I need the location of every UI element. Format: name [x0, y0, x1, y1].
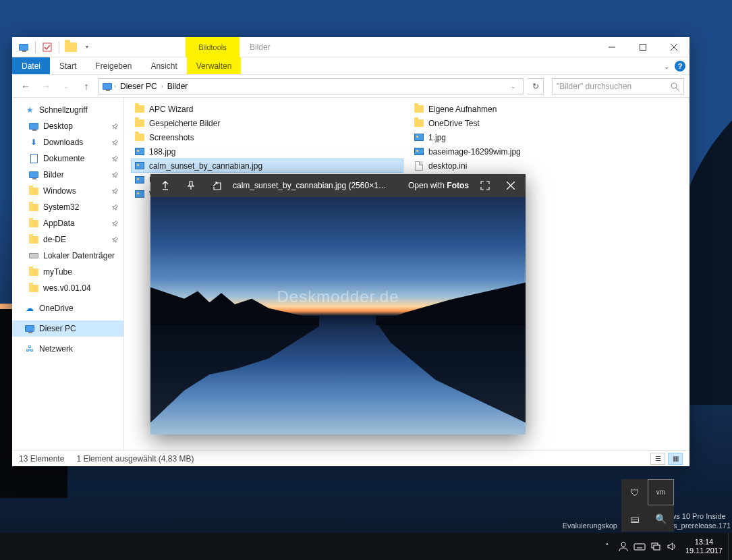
- file-item[interactable]: Gespeicherte Bilder: [131, 116, 403, 130]
- sidebar-network[interactable]: 🖧 Netzwerk: [12, 341, 123, 357]
- cloud-icon: ☁: [24, 303, 35, 314]
- image-icon: [134, 161, 145, 171]
- sidebar-item-de-de[interactable]: de-DE: [12, 231, 123, 248]
- tab-view[interactable]: Ansicht: [141, 57, 186, 74]
- tray-vm-icon[interactable]: vm: [648, 479, 674, 505]
- pin-icon: [111, 219, 119, 228]
- tray-defender-icon[interactable]: 🛡: [621, 479, 648, 505]
- tray-overflow-icon[interactable]: ˄: [599, 533, 615, 560]
- sidebar-item-system32[interactable]: System32: [12, 199, 123, 215]
- maximize-button[interactable]: [627, 37, 658, 57]
- sidebar-item-downloads[interactable]: ⬇Downloads: [12, 134, 123, 150]
- file-name: 188.jpg: [149, 147, 175, 157]
- sidebar-item-windows[interactable]: Windows: [12, 183, 123, 199]
- preview-toolbar[interactable]: calm_sunset_by_cannabian.jpg (2560×16… O…: [150, 174, 526, 197]
- fullscreen-icon[interactable]: [476, 176, 495, 195]
- chevron-right-icon[interactable]: ›: [161, 83, 163, 90]
- tab-share[interactable]: Freigeben: [86, 57, 141, 74]
- status-selection: 1 Element ausgewählt (4,83 MB): [76, 454, 194, 464]
- sidebar-item-dokumente[interactable]: Dokumente: [12, 150, 123, 167]
- evaluation-watermark-right: ws 10 Pro Insiders_prerelease.171: [671, 511, 731, 530]
- properties-icon[interactable]: [40, 40, 55, 55]
- item-icon: [28, 153, 39, 164]
- contextual-tab-label: Bildtools: [186, 37, 240, 57]
- search-placeholder: "Bilder" durchsuchen: [557, 82, 631, 91]
- item-icon: [28, 218, 39, 229]
- volume-icon[interactable]: [664, 533, 680, 560]
- window-icon[interactable]: [16, 40, 31, 55]
- clock-time: 13:14: [685, 538, 723, 547]
- file-item[interactable]: 1.jpg: [410, 130, 683, 144]
- sidebar-thispc[interactable]: Dieser PC: [12, 320, 123, 337]
- address-dropdown-icon[interactable]: ⌄: [507, 83, 520, 90]
- address-bar[interactable]: › Dieser PC › Bilder ⌄: [98, 78, 524, 94]
- open-with-button[interactable]: Open with Fotos: [408, 181, 469, 190]
- ribbon-expand-icon[interactable]: ⌄: [664, 63, 669, 70]
- sidebar-item-desktop[interactable]: Desktop: [12, 118, 123, 134]
- sidebar-item-mytube[interactable]: myTube: [12, 264, 123, 280]
- file-item[interactable]: APC Wizard: [131, 102, 403, 116]
- forward-button[interactable]: →: [38, 78, 54, 94]
- show-desktop-button[interactable]: [728, 533, 732, 560]
- taskbar[interactable]: ˄ 13:14 19.11.2017: [0, 533, 732, 560]
- view-icons-button[interactable]: ▦: [668, 453, 683, 465]
- qat-dropdown-icon[interactable]: ▾: [80, 40, 94, 55]
- recent-dropdown[interactable]: ⌄: [58, 78, 74, 94]
- file-name: desktop.ini: [428, 161, 467, 171]
- keyboard-icon[interactable]: [631, 533, 648, 560]
- pin-icon: [111, 155, 119, 163]
- file-name: OneDrive Test: [428, 119, 480, 128]
- minimize-button[interactable]: [596, 37, 627, 57]
- tray-overflow-popup[interactable]: 🛡 vm 🖴 🔍: [621, 479, 674, 532]
- sidebar-quickaccess[interactable]: ★ Schnellzugriff: [12, 102, 123, 118]
- folder-icon: [414, 104, 424, 115]
- back-button[interactable]: ←: [18, 78, 34, 94]
- people-icon[interactable]: [615, 533, 631, 560]
- sidebar-label: Downloads: [43, 138, 83, 147]
- share-icon[interactable]: [207, 176, 226, 195]
- ontop-icon[interactable]: [156, 176, 175, 195]
- tab-file[interactable]: Datei: [12, 57, 50, 74]
- up-button[interactable]: ↑: [78, 78, 94, 94]
- sidebar-item-bilder[interactable]: Bilder: [12, 167, 123, 183]
- close-button[interactable]: [658, 37, 689, 57]
- tray-search-icon[interactable]: 🔍: [648, 505, 674, 532]
- file-item[interactable]: OneDrive Test: [410, 116, 683, 130]
- sidebar-onedrive[interactable]: ☁ OneDrive: [12, 300, 123, 316]
- sidebar-item-lokaler-datenträger[interactable]: Lokaler Datenträger: [12, 248, 123, 264]
- pin-icon[interactable]: [181, 176, 200, 195]
- search-input[interactable]: "Bilder" durchsuchen: [552, 78, 684, 94]
- breadcrumb-folder[interactable]: Bilder: [165, 82, 191, 91]
- item-icon: [28, 267, 39, 277]
- network-tray-icon[interactable]: [648, 533, 664, 560]
- sidebar-label: Schnellzugriff: [39, 105, 88, 115]
- file-name: APC Wizard: [149, 105, 193, 114]
- sidebar-item-appdata[interactable]: AppData: [12, 215, 123, 231]
- svg-rect-11: [634, 544, 645, 550]
- file-item[interactable]: desktop.ini: [410, 159, 683, 173]
- tab-start[interactable]: Start: [50, 57, 86, 74]
- close-icon[interactable]: [501, 176, 520, 195]
- refresh-button[interactable]: ↻: [528, 78, 544, 94]
- star-icon: ★: [24, 105, 35, 115]
- help-icon[interactable]: ?: [675, 61, 685, 72]
- titlebar[interactable]: ▾ Bildtools Bilder: [12, 37, 689, 57]
- tab-manage[interactable]: Verwalten: [187, 57, 242, 74]
- chevron-right-icon[interactable]: ›: [114, 83, 116, 90]
- sidebar-label: Dokumente: [43, 154, 84, 163]
- sidebar-label: OneDrive: [39, 304, 74, 313]
- taskbar-clock[interactable]: 13:14 19.11.2017: [680, 538, 728, 555]
- file-item[interactable]: Eigene Aufnahmen: [410, 102, 683, 116]
- file-item[interactable]: calm_sunset_by_cannabian.jpg: [131, 159, 403, 173]
- sidebar-item-wes.v0.01.04[interactable]: wes.v0.01.04: [12, 280, 123, 296]
- view-details-button[interactable]: ☰: [650, 453, 665, 465]
- preview-image[interactable]: Deskmodder.de: [150, 197, 526, 435]
- quick-access-toolbar: ▾: [16, 40, 94, 55]
- new-folder-icon[interactable]: [63, 40, 78, 55]
- file-item[interactable]: 188.jpg: [131, 144, 403, 159]
- file-item[interactable]: Screenshots: [131, 130, 403, 144]
- breadcrumb-thispc[interactable]: Dieser PC: [117, 82, 160, 91]
- file-item[interactable]: baseimage-16299wim.jpg: [410, 144, 683, 159]
- tray-usb-icon[interactable]: 🖴: [621, 505, 648, 532]
- item-icon: [28, 186, 39, 196]
